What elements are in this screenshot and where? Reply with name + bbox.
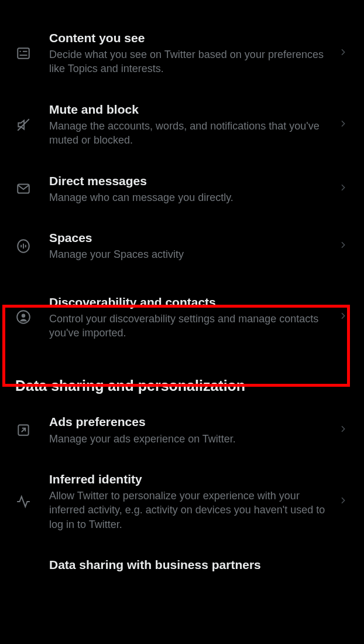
- chevron-right-icon: [338, 183, 348, 195]
- activity-icon: [15, 493, 32, 510]
- item-text: Discoverability and contacts Control you…: [49, 295, 332, 340]
- item-title: Spaces: [49, 230, 332, 245]
- settings-item-content-you-see[interactable]: Content you see Decide what you see on T…: [0, 18, 364, 89]
- person-circle-icon: [15, 309, 32, 325]
- envelope-icon: [15, 180, 32, 197]
- item-text: Data sharing with business partners: [49, 557, 348, 572]
- settings-item-direct-messages[interactable]: Direct messages Manage who can message y…: [0, 161, 364, 217]
- chevron-right-icon: [338, 311, 348, 323]
- item-sub: Manage your ads experience on Twitter.: [49, 432, 332, 446]
- item-text: Mute and block Manage the accounts, word…: [49, 102, 332, 148]
- section-header-data-sharing: Data sharing and personalization: [0, 360, 364, 401]
- item-sub: Control your discoverability settings an…: [49, 312, 332, 340]
- mute-icon: [15, 117, 32, 133]
- item-sub: Manage who can message you directly.: [49, 190, 332, 205]
- settings-item-data-sharing-partners[interactable]: Data sharing with business partners: [0, 544, 364, 572]
- settings-item-ads-preferences[interactable]: Ads preferences Manage your ads experien…: [0, 401, 364, 458]
- item-sub: Manage the accounts, words, and notifica…: [49, 119, 332, 148]
- settings-item-inferred-identity[interactable]: Inferred identity Allow Twitter to perso…: [0, 459, 364, 544]
- item-title: Inferred identity: [49, 472, 332, 486]
- item-title: Data sharing with business partners: [49, 557, 348, 572]
- settings-item-spaces[interactable]: Spaces Manage your Spaces activity: [0, 217, 364, 274]
- chevron-right-icon: [338, 424, 348, 436]
- arrow-box-icon: [15, 422, 32, 438]
- item-text: Ads preferences Manage your ads experien…: [49, 414, 332, 445]
- chevron-right-icon: [338, 119, 348, 131]
- item-text: Direct messages Manage who can message y…: [49, 173, 332, 205]
- item-sub: Manage your Spaces activity: [49, 247, 332, 261]
- item-title: Ads preferences: [49, 414, 332, 429]
- item-sub: Allow Twitter to personalize your experi…: [49, 489, 332, 531]
- spaces-icon: [15, 238, 32, 254]
- news-icon: [15, 45, 32, 62]
- item-text: Inferred identity Allow Twitter to perso…: [49, 472, 332, 531]
- item-title: Content you see: [49, 30, 332, 45]
- item-sub: Decide what you see on Twitter based on …: [49, 47, 332, 76]
- item-text: Content you see Decide what you see on T…: [49, 30, 332, 76]
- settings-item-discoverability[interactable]: Discoverability and contacts Control you…: [0, 275, 364, 360]
- chevron-right-icon: [338, 496, 348, 507]
- settings-list: Content you see Decide what you see on T…: [0, 0, 364, 572]
- item-title: Direct messages: [49, 173, 332, 188]
- chevron-right-icon: [338, 240, 348, 252]
- settings-item-mute-and-block[interactable]: Mute and block Manage the accounts, word…: [0, 89, 364, 161]
- item-title: Mute and block: [49, 102, 332, 117]
- svg-point-11: [22, 314, 26, 318]
- item-text: Spaces Manage your Spaces activity: [49, 230, 332, 261]
- svg-rect-0: [18, 48, 29, 58]
- item-title: Discoverability and contacts: [49, 295, 332, 309]
- chevron-right-icon: [338, 47, 348, 59]
